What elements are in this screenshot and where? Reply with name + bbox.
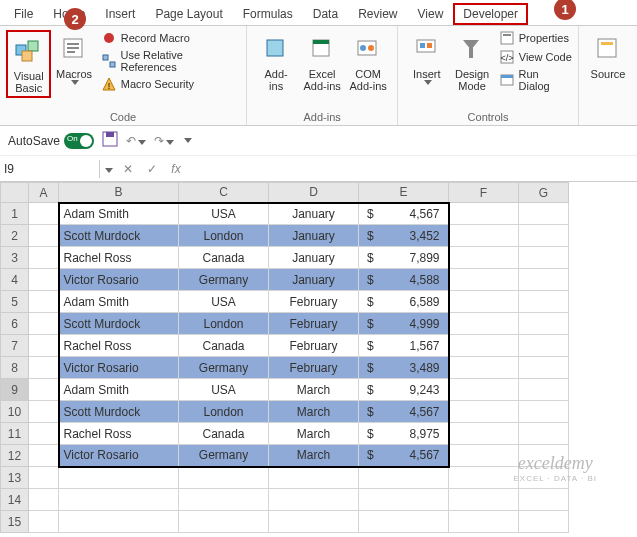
cell-name[interactable]: Victor Rosario [59,269,179,291]
cell[interactable] [29,335,59,357]
cell[interactable] [29,489,59,511]
visual-basic-button[interactable]: Visual Basic [6,30,51,98]
cell[interactable] [179,489,269,511]
cell-month[interactable]: January [269,269,359,291]
cell-country[interactable]: London [179,225,269,247]
cell-country[interactable]: London [179,313,269,335]
cell-name[interactable]: Rachel Ross [59,335,179,357]
cell[interactable] [29,445,59,467]
design-mode-button[interactable]: Design Mode [449,30,494,94]
cell-month[interactable]: February [269,291,359,313]
cell[interactable] [449,291,519,313]
cell[interactable] [29,313,59,335]
row-header-14[interactable]: 14 [1,489,29,511]
macros-button[interactable]: Macros [51,30,96,87]
autosave-toggle[interactable]: AutoSave On [8,133,94,149]
view-code-button[interactable]: </> View Code [499,49,572,65]
cell[interactable] [519,291,569,313]
tab-review[interactable]: Review [348,3,407,25]
cell-amount[interactable]: $4,999 [359,313,449,335]
cell-country[interactable]: USA [179,203,269,225]
cell-amount[interactable]: $4,567 [359,203,449,225]
cell-amount[interactable]: $4,588 [359,269,449,291]
cell-name[interactable]: Victor Rosario [59,445,179,467]
cell[interactable] [29,357,59,379]
tab-file[interactable]: File [4,3,43,25]
cell[interactable] [359,489,449,511]
undo-icon[interactable]: ↶ [126,134,146,148]
cell[interactable] [59,511,179,533]
cell-amount[interactable]: $4,567 [359,401,449,423]
cell[interactable] [269,489,359,511]
qat-more-icon[interactable] [184,138,192,143]
cell[interactable] [269,467,359,489]
cell-country[interactable]: USA [179,379,269,401]
tab-formulas[interactable]: Formulas [233,3,303,25]
cell[interactable] [449,423,519,445]
cell[interactable] [519,313,569,335]
cell-month[interactable]: March [269,445,359,467]
row-header-1[interactable]: 1 [1,203,29,225]
cell[interactable] [449,401,519,423]
cell[interactable] [449,313,519,335]
cell-amount[interactable]: $4,567 [359,445,449,467]
cell[interactable] [179,511,269,533]
cell-country[interactable]: Canada [179,423,269,445]
cell[interactable] [519,489,569,511]
cell[interactable] [449,467,519,489]
cell[interactable] [519,511,569,533]
cell-country[interactable]: London [179,401,269,423]
row-header-15[interactable]: 15 [1,511,29,533]
cell[interactable] [29,401,59,423]
cell-country[interactable]: USA [179,291,269,313]
row-header-2[interactable]: 2 [1,225,29,247]
cell-name[interactable]: Rachel Ross [59,423,179,445]
formula-bar[interactable] [188,167,637,171]
record-macro-button[interactable]: Record Macro [101,30,240,46]
cell[interactable] [29,269,59,291]
save-icon[interactable] [102,131,118,150]
name-box[interactable]: I9 [0,160,100,178]
cell[interactable] [449,445,519,467]
macro-security-button[interactable]: ! Macro Security [101,76,240,92]
cell-name[interactable]: Victor Rosario [59,357,179,379]
cell[interactable] [29,225,59,247]
cell[interactable] [449,225,519,247]
cell[interactable] [179,467,269,489]
tab-page-layout[interactable]: Page Layout [145,3,232,25]
run-dialog-button[interactable]: Run Dialog [499,68,572,92]
tab-view[interactable]: View [408,3,454,25]
addins-button[interactable]: Add- ins [253,30,299,94]
cell[interactable] [29,247,59,269]
com-addins-button[interactable]: COM Add-ins [345,30,391,94]
cell[interactable] [449,269,519,291]
cell-name[interactable]: Scott Murdock [59,313,179,335]
row-header-13[interactable]: 13 [1,467,29,489]
col-header-D[interactable]: D [269,183,359,203]
cell[interactable] [269,511,359,533]
cell[interactable] [29,379,59,401]
cell[interactable] [449,247,519,269]
cell[interactable] [519,335,569,357]
redo-icon[interactable]: ↷ [154,134,174,148]
cell-amount[interactable]: $6,589 [359,291,449,313]
cell[interactable] [449,379,519,401]
cell[interactable] [29,203,59,225]
row-header-10[interactable]: 10 [1,401,29,423]
cell-month[interactable]: March [269,401,359,423]
cell-name[interactable]: Adam Smith [59,379,179,401]
cell-month[interactable]: January [269,225,359,247]
tab-data[interactable]: Data [303,3,348,25]
cell[interactable] [519,269,569,291]
cell-amount[interactable]: $8,975 [359,423,449,445]
cell[interactable] [359,467,449,489]
col-header-C[interactable]: C [179,183,269,203]
row-header-11[interactable]: 11 [1,423,29,445]
cell-month[interactable]: January [269,203,359,225]
cell[interactable] [29,423,59,445]
col-header-G[interactable]: G [519,183,569,203]
cell[interactable] [449,357,519,379]
cell-country[interactable]: Germany [179,357,269,379]
name-box-dropdown[interactable] [100,162,116,176]
row-header-8[interactable]: 8 [1,357,29,379]
